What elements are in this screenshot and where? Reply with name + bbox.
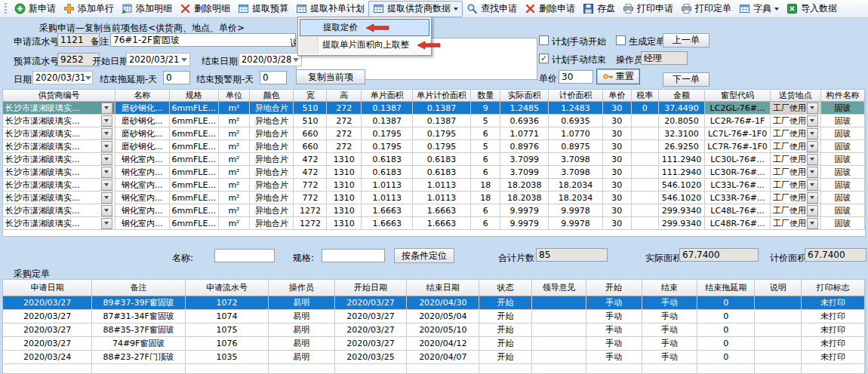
reset-button[interactable]: 重置 (596, 69, 640, 84)
detail-row[interactable]: 长沙市潇湘玻璃实...钢化室内...6mmFLE...m²异地合片1272131… (3, 217, 865, 230)
toolbar-extract-budget[interactable]: 提取预算 (234, 2, 292, 17)
order-row[interactable]: 2020/03/2787#31-34F窗固玻1074易明2020/03/2720… (3, 310, 865, 323)
column-header[interactable]: 申请流水号 (186, 280, 269, 296)
toolbar-add-single-row[interactable]: 添加单行 (60, 2, 118, 17)
dropdown-button[interactable] (101, 128, 112, 139)
dropdown-button[interactable] (807, 167, 818, 178)
filter-spec-input[interactable] (322, 249, 385, 262)
dropdown-button[interactable] (101, 218, 112, 229)
column-header[interactable]: 窗型代码 (705, 90, 770, 102)
dropdown-button[interactable] (101, 192, 112, 204)
toolbar-extract-supplier-data[interactable]: 提取供货商数据 (368, 1, 463, 17)
next-order-button[interactable]: 下一单 (663, 72, 709, 87)
column-header[interactable]: 开始 (586, 280, 642, 296)
column-header[interactable]: 名称 (115, 90, 169, 102)
column-header[interactable]: 金额 (658, 90, 705, 102)
dropdown-button[interactable] (807, 141, 818, 152)
unit-price-field[interactable] (559, 70, 593, 84)
start-date-picker[interactable]: 2020/03/21 (126, 53, 190, 66)
column-header[interactable]: 供货商编号 (3, 90, 115, 102)
column-header[interactable]: 数量 (471, 90, 500, 102)
toolbar-add-detail[interactable]: 添加明细 (118, 2, 176, 17)
dropdown-button[interactable] (807, 192, 818, 204)
detail-row[interactable]: 长沙市潇湘玻璃实...钢化室内...6mmFLE...m²异地合片1272131… (3, 204, 865, 217)
column-header[interactable]: 单位 (218, 90, 249, 102)
dropdown-button[interactable] (101, 179, 112, 191)
column-header[interactable]: 计价面积 (549, 90, 603, 102)
dropdown-button[interactable] (807, 115, 818, 127)
dropdown-button[interactable] (807, 103, 818, 114)
column-header[interactable]: 结束日期 (407, 280, 479, 296)
manual-start-checkbox[interactable] (539, 35, 549, 45)
dropdown-button[interactable] (101, 205, 112, 216)
column-header[interactable]: 高 (327, 90, 362, 102)
toolbar-print-order[interactable]: 打印定单 (677, 2, 735, 17)
column-header[interactable]: 构件名称 (820, 90, 864, 102)
column-header[interactable]: 送货地点 (770, 90, 820, 102)
toolbar-extract-supplement-plan[interactable]: 提取补单计划 (292, 2, 368, 17)
dropdown-button[interactable] (807, 179, 818, 191)
generate-order-checkbox[interactable] (616, 35, 626, 45)
dropdown-button[interactable] (101, 103, 112, 114)
dropdown-button[interactable] (101, 115, 112, 127)
dropdown-button[interactable] (807, 218, 818, 229)
menu-item[interactable]: 提取定价 (300, 19, 429, 36)
detail-row[interactable]: 长沙市潇湘玻璃实...磨砂钢化...6mmFLE...m²异地合片5102720… (3, 102, 865, 115)
dropdown-button[interactable] (807, 154, 818, 165)
dropdown-button[interactable] (101, 154, 112, 165)
detail-row[interactable]: 长沙市潇湘玻璃实...磨砂钢化...6mmFLE...m²异地合片6602720… (3, 140, 865, 153)
chevron-down-icon[interactable] (85, 76, 91, 80)
delay-field[interactable] (163, 71, 190, 84)
column-header[interactable]: 宽 (294, 90, 327, 102)
column-header[interactable]: 税率 (631, 90, 658, 102)
toolbar-import-data[interactable]: 导入数据 (783, 2, 841, 17)
column-header[interactable]: 单片面积 (362, 90, 413, 102)
dropdown-button[interactable] (101, 167, 112, 178)
order-row[interactable]: 2020/03/2789#37-39F窗固玻1072易明2020/03/2720… (3, 296, 865, 310)
detail-row[interactable]: 长沙市潇湘玻璃实...钢化室内...6mmFLE...m²异地合片4721310… (3, 153, 865, 166)
chevron-down-icon[interactable] (774, 8, 779, 11)
toolbar-search-request[interactable]: 查找申请 (463, 2, 521, 17)
detail-row[interactable]: 长沙市潇湘玻璃实...钢化室内...6mmFLE...m²异地合片7721310… (3, 192, 865, 204)
dropdown-button[interactable] (807, 128, 818, 139)
column-header[interactable]: 说明 (755, 280, 802, 296)
column-header[interactable]: 打印标志 (802, 280, 865, 296)
copy-current-button[interactable]: 复制当前项 (296, 69, 365, 84)
detail-row[interactable]: 长沙市潇湘玻璃实...磨砂钢化...6mmFLE...m²异地合片5102720… (3, 115, 865, 127)
order-row[interactable]: 2020/03/2488#23-27F门顶玻1035易明2020/03/2520… (3, 351, 865, 364)
manual-end-checkbox[interactable] (539, 54, 549, 63)
locate-button[interactable]: 按条件定位 (394, 248, 454, 263)
operator-field[interactable] (641, 51, 688, 65)
toolbar-dictionary[interactable]: 字典 (735, 2, 783, 17)
toolbar-grip[interactable] (5, 3, 7, 15)
warn-field[interactable] (260, 71, 287, 84)
toolbar-delete-detail[interactable]: 删除明细 (176, 2, 234, 17)
column-header[interactable]: 备注 (92, 280, 186, 296)
column-header[interactable]: 申请日期 (3, 280, 92, 296)
remark-field[interactable] (110, 33, 296, 47)
column-header[interactable]: 颜色 (249, 90, 293, 102)
menu-item[interactable]: 提取单片面积向上取整 (300, 36, 429, 54)
detail-row[interactable]: 长沙市潇湘玻璃实...钢化室内...6mmFLE...m²异地合片4721310… (3, 166, 865, 179)
order-row[interactable]: 2020/03/2774#9F窗固玻1076易明2020/03/272020/0… (3, 337, 865, 351)
toolbar-save[interactable]: 存盘 (579, 2, 619, 17)
column-header[interactable]: 单价 (602, 90, 631, 102)
dropdown-button[interactable] (101, 141, 112, 152)
toolbar-delete-request[interactable]: 删除申请 (521, 2, 579, 17)
toolbar-print-request[interactable]: 打印申请 (619, 2, 677, 17)
toolbar-new-request[interactable]: 新申请 (11, 2, 60, 17)
chevron-down-icon[interactable] (293, 58, 299, 62)
end-date-picker[interactable]: 2020/03/28 (239, 53, 302, 66)
column-header[interactable]: 领导意见 (532, 280, 586, 296)
detail-row[interactable]: 长沙市潇湘玻璃实...钢化室内...6mmFLE...m²异地合片7721310… (3, 179, 865, 192)
detail-row[interactable]: 长沙市潇湘玻璃实...磨砂钢化...6mmFLE...m²异地合片6602720… (3, 127, 865, 140)
column-header[interactable]: 开始日期 (334, 280, 407, 296)
date-picker[interactable]: 2020/03/31 (32, 71, 93, 84)
column-header[interactable]: 实际面积 (500, 90, 549, 102)
column-header[interactable]: 结束拖延期 (697, 280, 755, 296)
filter-name-input[interactable] (214, 249, 275, 262)
chevron-down-icon[interactable] (454, 8, 458, 11)
column-header[interactable]: 单片计价面积 (413, 90, 471, 102)
dropdown-button[interactable] (807, 205, 818, 216)
chevron-down-icon[interactable] (181, 58, 187, 62)
